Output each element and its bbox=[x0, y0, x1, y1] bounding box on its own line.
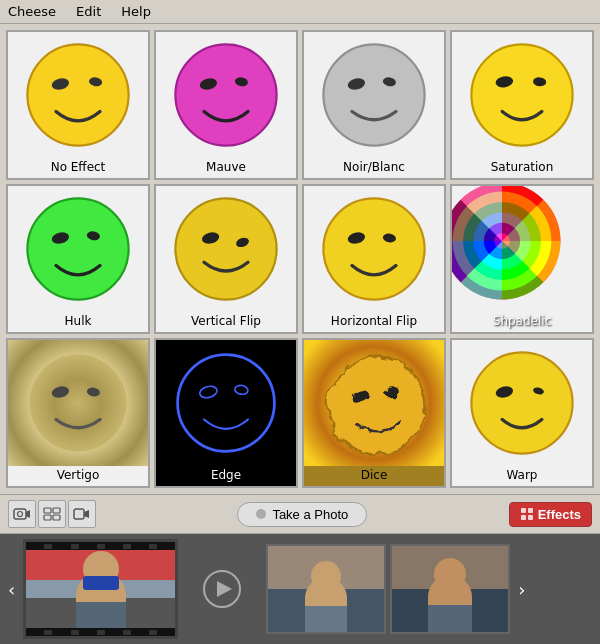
effect-vertical-flip[interactable]: Vertical Flip bbox=[154, 184, 298, 334]
effect-saturation[interactable]: Saturation bbox=[450, 30, 594, 180]
svg-rect-42 bbox=[53, 515, 60, 520]
effect-vertical-flip-label: Vertical Flip bbox=[191, 312, 261, 332]
burst-button[interactable] bbox=[38, 500, 66, 528]
effect-noir-blanc[interactable]: Noir/Blanc bbox=[302, 30, 446, 180]
svg-rect-47 bbox=[521, 515, 526, 520]
effect-horizontal-flip[interactable]: Horizontal Flip bbox=[302, 184, 446, 334]
effects-button[interactable]: Effects bbox=[509, 502, 592, 527]
svg-point-13 bbox=[27, 198, 128, 299]
film-item-1[interactable] bbox=[23, 539, 178, 639]
effect-hulk[interactable]: Hulk bbox=[6, 184, 150, 334]
svg-rect-48 bbox=[528, 515, 533, 520]
effect-edge-label: Edge bbox=[211, 466, 241, 486]
svg-point-30 bbox=[326, 355, 423, 452]
take-photo-button[interactable]: Take a Photo bbox=[237, 502, 367, 527]
svg-rect-39 bbox=[44, 508, 51, 513]
take-photo-label: Take a Photo bbox=[272, 507, 348, 522]
film-item-2[interactable] bbox=[266, 544, 386, 634]
svg-point-28 bbox=[198, 384, 218, 399]
svg-point-33 bbox=[471, 352, 572, 453]
filmstrip-next[interactable]: › bbox=[514, 579, 529, 600]
effect-no-effect[interactable]: No Effect bbox=[6, 30, 150, 180]
effect-vertigo[interactable]: Vertigo bbox=[6, 338, 150, 488]
effect-hulk-label: Hulk bbox=[65, 312, 92, 332]
effect-edge[interactable]: Edge bbox=[154, 338, 298, 488]
svg-point-38 bbox=[18, 512, 23, 517]
effect-no-effect-label: No Effect bbox=[51, 158, 106, 178]
svg-point-19 bbox=[323, 198, 424, 299]
take-photo-dot bbox=[256, 509, 266, 519]
effect-psychadelic-label: Shpadelic bbox=[493, 312, 551, 332]
svg-point-27 bbox=[178, 355, 275, 452]
effects-grid: No Effect Mauve Noir/Blanc bbox=[0, 24, 600, 494]
effect-vertigo-label: Vertigo bbox=[57, 466, 100, 486]
svg-rect-36 bbox=[14, 509, 26, 519]
effect-dice[interactable]: Dice bbox=[302, 338, 446, 488]
svg-rect-45 bbox=[521, 508, 526, 513]
effects-icon bbox=[520, 507, 534, 521]
svg-point-7 bbox=[323, 44, 424, 145]
filmstrip: ‹ bbox=[0, 534, 600, 644]
menu-help[interactable]: Help bbox=[117, 2, 155, 21]
svg-point-10 bbox=[471, 44, 572, 145]
video-button[interactable] bbox=[68, 500, 96, 528]
svg-marker-50 bbox=[217, 581, 232, 597]
effect-warp-label: Warp bbox=[506, 466, 537, 486]
effect-horizontal-flip-label: Horizontal Flip bbox=[331, 312, 417, 332]
toolbar: Take a Photo Effects bbox=[0, 494, 600, 534]
film-icon bbox=[202, 569, 242, 609]
effect-dice-label: Dice bbox=[361, 466, 388, 486]
effect-mauve[interactable]: Mauve bbox=[154, 30, 298, 180]
effect-psychadelic[interactable]: Shpadelic bbox=[450, 184, 594, 334]
svg-rect-46 bbox=[528, 508, 533, 513]
effect-warp[interactable]: Warp bbox=[450, 338, 594, 488]
filmstrip-prev[interactable]: ‹ bbox=[4, 579, 19, 600]
effects-button-label: Effects bbox=[538, 507, 581, 522]
svg-rect-40 bbox=[53, 508, 60, 513]
svg-point-4 bbox=[175, 44, 276, 145]
effect-saturation-label: Saturation bbox=[491, 158, 554, 178]
effect-mauve-label: Mauve bbox=[206, 158, 246, 178]
webcam-button[interactable] bbox=[8, 500, 36, 528]
menubar: Cheese Edit Help bbox=[0, 0, 600, 24]
svg-point-24 bbox=[30, 355, 127, 452]
svg-rect-43 bbox=[74, 509, 84, 519]
menu-edit[interactable]: Edit bbox=[72, 2, 105, 21]
toolbar-left bbox=[8, 500, 96, 528]
film-item-3[interactable] bbox=[390, 544, 510, 634]
svg-point-16 bbox=[175, 198, 276, 299]
svg-rect-41 bbox=[44, 515, 51, 520]
effect-noir-blanc-label: Noir/Blanc bbox=[343, 158, 405, 178]
svg-point-29 bbox=[234, 384, 249, 395]
menu-cheese[interactable]: Cheese bbox=[4, 2, 60, 21]
film-placeholder bbox=[182, 549, 262, 629]
